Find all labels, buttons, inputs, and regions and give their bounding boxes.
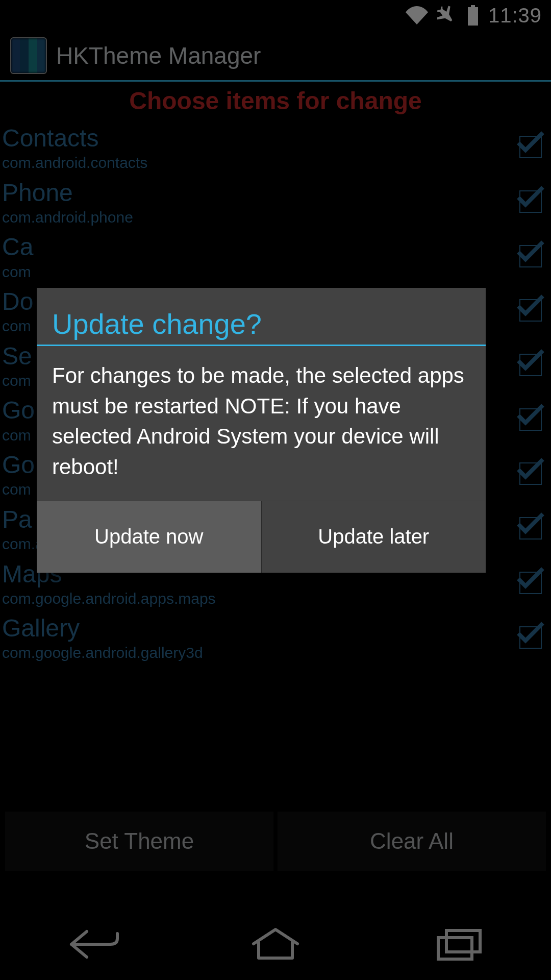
dialog-body: For changes to be made, the selected app… — [37, 346, 486, 501]
checkbox[interactable] — [519, 245, 542, 270]
clear-all-button[interactable]: Clear All — [278, 812, 546, 871]
list-item-title: Gallery — [2, 614, 542, 642]
checkbox[interactable] — [519, 354, 542, 378]
checkbox[interactable] — [519, 299, 542, 324]
home-button[interactable] — [209, 914, 342, 975]
wifi-icon — [406, 6, 428, 24]
navigation-bar — [0, 909, 551, 980]
dialog-title: Update change? — [37, 288, 486, 345]
set-theme-button[interactable]: Set Theme — [5, 812, 273, 871]
checkbox[interactable] — [519, 408, 542, 433]
list-item[interactable]: Gallery com.google.android.gallery3d — [0, 611, 551, 666]
checkbox[interactable] — [519, 517, 542, 542]
checkbox[interactable] — [519, 462, 542, 487]
svg-rect-3 — [446, 930, 480, 952]
list-item-title: Contacts — [2, 124, 542, 152]
list-header: Choose items for change — [0, 82, 551, 121]
action-bar: HKTheme Manager — [0, 31, 551, 82]
list-item[interactable]: Ca com — [0, 230, 551, 284]
battery-icon — [467, 5, 479, 26]
list-item-package: com.google.android.gallery3d — [2, 643, 542, 663]
list-item-title: Ca — [2, 233, 542, 261]
bottom-bar: Set Theme Clear All — [0, 812, 551, 871]
list-item[interactable]: Contacts com.android.contacts — [0, 121, 551, 176]
app-icon — [10, 37, 47, 74]
recents-button[interactable] — [393, 914, 525, 975]
list-item[interactable]: Phone com.android.phone — [0, 176, 551, 230]
checkbox[interactable] — [519, 626, 542, 651]
svg-rect-0 — [471, 5, 475, 7]
update-change-dialog: Update change? For changes to be made, t… — [37, 288, 486, 573]
app-title: HKTheme Manager — [56, 42, 261, 69]
update-later-button[interactable]: Update later — [262, 501, 486, 573]
status-bar: 11:39 — [0, 0, 551, 31]
list-item-package: com — [2, 262, 542, 282]
status-time: 11:39 — [488, 4, 542, 27]
back-button[interactable] — [26, 914, 158, 975]
list-item-title: Phone — [2, 179, 542, 207]
list-item-package: com.google.android.apps.maps — [2, 589, 542, 608]
list-item-package: com.android.phone — [2, 208, 542, 227]
svg-rect-1 — [468, 7, 478, 26]
airplane-icon — [437, 5, 458, 26]
update-now-button[interactable]: Update now — [37, 501, 261, 573]
dialog-button-bar: Update now Update later — [37, 501, 486, 573]
checkbox[interactable] — [519, 572, 542, 596]
checkbox[interactable] — [519, 190, 542, 215]
list-item-package: com.android.contacts — [2, 153, 542, 173]
checkbox[interactable] — [519, 136, 542, 160]
svg-rect-2 — [438, 938, 472, 959]
